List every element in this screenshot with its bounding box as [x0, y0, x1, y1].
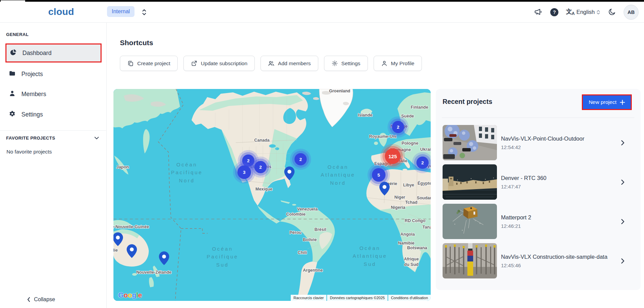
new-project-button[interactable]: New project [583, 95, 631, 109]
project-row-navvis-outdoor[interactable]: NavVis-VLX-Point-Cloud-Outdoor 12:54:42 [443, 125, 635, 160]
map-country-label: Chili [298, 250, 307, 256]
app-logo: cloud [48, 6, 74, 17]
map-cluster-marker[interactable]: 2 [416, 157, 429, 169]
map-pin-marker[interactable] [159, 251, 170, 267]
sidebar-item-label: Settings [21, 111, 43, 118]
map-cluster-marker[interactable]: 125 [385, 148, 400, 164]
map-country-label: Suède [401, 114, 414, 119]
map-country-label: Papouasie-Nouvelle-Guinée [113, 224, 149, 230]
plus-icon [620, 100, 625, 105]
terms-of-use-link[interactable]: Conditions d'utilisation [388, 295, 431, 301]
project-title: Denver - RTC 360 [501, 175, 547, 181]
create-project-button[interactable]: Create project [120, 56, 178, 71]
card-divider [442, 117, 634, 118]
map-cluster-marker[interactable]: 2 [254, 161, 267, 173]
app-header: cloud Internal ? 文A English AB [0, 2, 644, 23]
map-pin-marker[interactable] [379, 181, 390, 197]
sidebar-collapse-button[interactable]: Collapse [26, 296, 55, 303]
map-country-label: Afrique du Sud [404, 257, 419, 267]
map-ocean-label: Océan Pacifique Nord [171, 161, 202, 184]
workspace-switcher-icon[interactable] [141, 8, 147, 17]
map-country-label: Botswana [407, 246, 427, 251]
window-top-notch [1, 0, 25, 2]
map-country-label: Argentine [303, 268, 323, 273]
map-country-label: Brésil [315, 227, 326, 233]
map-cluster-marker[interactable]: 3 [237, 165, 251, 179]
map-country-label: Nigeria [391, 205, 405, 211]
person-icon [9, 90, 16, 98]
main-content: Shortcuts Create project Update subscrip… [107, 22, 644, 308]
sidebar-section-favorites: FAVORITE PROJECTS [6, 135, 55, 141]
map-country-label: Japon [117, 165, 129, 170]
map-country-label: Libye [403, 183, 414, 188]
sidebar-item-label: Dashboard [22, 50, 52, 57]
avatar[interactable]: AB [624, 5, 639, 20]
add-members-button[interactable]: Add members [261, 56, 318, 71]
chevron-right-icon[interactable] [620, 258, 626, 264]
sidebar: GENERAL Dashboard Projects Members Setti… [0, 22, 107, 308]
settings-shortcut-button[interactable]: Settings [324, 56, 368, 71]
chevron-right-icon[interactable] [620, 140, 626, 146]
project-row-denver[interactable]: Denver - RTC 360 12:47:47 [443, 164, 635, 200]
map-country-label: Colombie [286, 212, 306, 217]
sidebar-item-settings[interactable]: Settings [5, 106, 101, 123]
project-title: Matterport 2 [501, 214, 531, 221]
map-cluster-marker[interactable]: 2 [294, 153, 307, 165]
language-chevrons-icon [596, 10, 600, 15]
map-country-label: Australie [113, 248, 118, 253]
pie-chart-icon [10, 49, 17, 57]
workspace-badge[interactable]: Internal [107, 6, 135, 17]
my-profile-button[interactable]: My Profile [374, 56, 422, 71]
map-cluster-marker[interactable]: 2 [242, 155, 254, 167]
project-thumbnail [443, 125, 497, 160]
project-time: 12:54:42 [501, 144, 584, 150]
map-country-label: Finlande [411, 105, 428, 110]
map-pin-marker[interactable] [284, 166, 295, 182]
users-icon [268, 60, 274, 67]
google-logo[interactable]: Google [118, 291, 142, 299]
sidebar-item-members[interactable]: Members [5, 86, 101, 102]
map-cluster-marker[interactable]: 5 [372, 168, 386, 182]
update-subscription-button[interactable]: Update subscription [183, 56, 255, 71]
sidebar-item-dashboard[interactable]: Dashboard [6, 44, 101, 61]
map-ocean-label: Océan Pacifique Sud [207, 245, 238, 269]
copy-icon [127, 60, 134, 67]
help-icon[interactable]: ? [550, 8, 558, 16]
sidebar-item-projects[interactable]: Projects [5, 66, 101, 82]
project-thumbnail [443, 243, 497, 278]
recent-projects-card: Recent projects New project NavVis-VLX-P… [436, 89, 641, 290]
favorites-empty-text: No favorite projects [6, 149, 52, 155]
map-country-label: Soudan [417, 196, 431, 201]
project-time: 12:47:47 [501, 184, 547, 189]
map-country-label: Royaume-Uni [369, 134, 397, 140]
dark-mode-moon-icon[interactable] [608, 8, 616, 16]
map-overlays: Océan Pacifique NordOcéan Atlantique Nor… [113, 89, 431, 301]
map-country-label: Canada [254, 138, 269, 143]
favorites-collapse-chevron-icon[interactable] [94, 135, 100, 141]
map-attribution: Raccourcis clavier Données cartographiqu… [291, 295, 431, 301]
keyboard-shortcuts-link[interactable]: Raccourcis clavier [291, 295, 326, 301]
recent-projects-list: NavVis-VLX-Point-Cloud-Outdoor 12:54:42 … [443, 125, 635, 283]
language-selector[interactable]: 文A English [566, 8, 600, 16]
map-cluster-marker[interactable]: 2 [392, 121, 404, 133]
chevron-right-icon[interactable] [620, 179, 626, 185]
map-country-label: Groenland [329, 89, 351, 94]
map-country-label: Tchad [405, 200, 417, 205]
announcements-icon[interactable] [534, 8, 543, 17]
window-top-strip [0, 0, 644, 2]
world-map[interactable]: Océan Pacifique NordOcéan Atlantique Nor… [113, 89, 431, 301]
map-pin-marker[interactable] [126, 244, 138, 260]
shortcuts-title: Shortcuts [120, 39, 153, 47]
map-pin-marker[interactable] [113, 232, 124, 248]
chevron-right-icon[interactable] [620, 219, 626, 224]
dashboard-highlight-annotation: Dashboard [5, 43, 102, 62]
project-row-matterport[interactable]: Matterport 2 12:46:21 [443, 204, 635, 239]
recent-projects-title: Recent projects [443, 98, 492, 106]
new-project-highlight-annotation: New project [582, 94, 632, 110]
map-country-label: Mexique [255, 187, 272, 192]
project-row-construction[interactable]: NavVis-VLX Construction-site-sample-data… [443, 243, 635, 278]
gear-outline-icon [332, 60, 338, 67]
language-label: English [576, 9, 595, 15]
project-thumbnail [443, 164, 497, 200]
map-country-label: Niger [394, 195, 405, 200]
